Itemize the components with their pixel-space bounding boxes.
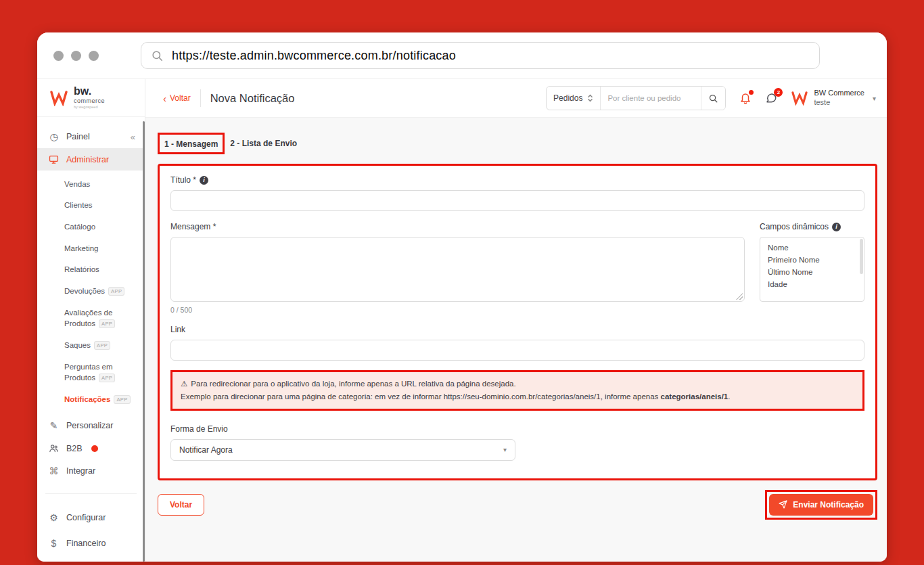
sidebar-item-b2b[interactable]: B2B: [37, 437, 145, 459]
link-block: Link: [170, 325, 864, 361]
pencil-icon: ✎: [48, 420, 60, 431]
tab-lista-de-envio[interactable]: 2 - Lista de Envio: [230, 139, 297, 148]
sidebar-item-catalogo[interactable]: Catálogo: [37, 216, 145, 238]
app-badge: APP: [108, 287, 124, 296]
header-divider: [200, 89, 201, 107]
sidebar-item-clientes[interactable]: Clientes: [37, 195, 145, 217]
back-button[interactable]: ‹ Voltar: [163, 93, 191, 104]
header-actions: Pedidos: [546, 86, 876, 110]
logo-text: bw. commerce by wegospeed: [74, 86, 105, 110]
send-icon: [779, 500, 787, 509]
page-header: ‹ Voltar Nova Notificação Pedidos: [145, 79, 887, 118]
campo-option-ultimo-nome[interactable]: Último Nome: [760, 266, 864, 278]
collapse-sidebar-button[interactable]: «: [131, 132, 138, 142]
forma-envio-select[interactable]: Notificar Agora ▾: [170, 439, 515, 461]
sidebar-item-vendas[interactable]: Vendas: [37, 173, 145, 195]
sidebar-item-notificacoes[interactable]: NotificaçõesAPP: [37, 388, 145, 410]
warning-line2: Exemplo para direcionar para uma página …: [181, 390, 854, 403]
titulo-input[interactable]: [170, 190, 864, 211]
window-control-dot[interactable]: [53, 51, 64, 61]
dollar-icon: $: [48, 538, 60, 549]
forma-envio-value: Notificar Agora: [179, 445, 233, 455]
account-name: BW Commerce: [814, 89, 864, 98]
forma-envio-label: Forma de Envio: [170, 424, 228, 434]
logo-name: commerce: [74, 98, 105, 104]
notifications-bell-button[interactable]: [739, 92, 752, 104]
sidebar-item-painel[interactable]: ◷ Painel «: [37, 125, 145, 148]
sidebar-item-label: B2B: [66, 444, 83, 453]
mensagem-textarea[interactable]: [170, 237, 745, 302]
campo-option-idade[interactable]: Idade: [760, 278, 864, 290]
account-username: teste: [814, 98, 864, 108]
sidebar-item-devolucoes[interactable]: DevoluçõesAPP: [37, 280, 145, 302]
account-menu[interactable]: BW Commerce teste ▾: [791, 89, 876, 108]
sidebar-item-marketing[interactable]: Marketing: [37, 238, 145, 259]
voltar-button[interactable]: Voltar: [158, 494, 204, 516]
sidebar-item-financeiro[interactable]: $ Financeiro: [37, 530, 145, 556]
annotation-box-enviar: Enviar Notificação: [765, 490, 877, 520]
sidebar-item-configurar[interactable]: ⚙ Configurar: [37, 505, 145, 530]
app-badge: APP: [99, 319, 115, 328]
sidebar-item-integrar[interactable]: ⌘ Integrar: [37, 459, 145, 482]
search-icon: [151, 49, 164, 62]
account-text: BW Commerce teste: [814, 89, 864, 108]
sidebar-menu: ◷ Painel « Administrar Vendas Clientes C…: [37, 117, 145, 562]
chat-button[interactable]: 2: [765, 92, 777, 104]
chat-badge: 2: [774, 88, 783, 97]
forma-envio-block: Forma de Envio Notificar Agora ▾: [170, 424, 864, 461]
mensagem-column: Mensagem * 0 / 500: [170, 222, 745, 314]
order-search-group: Pedidos: [546, 86, 726, 110]
url-bar[interactable]: https://teste.admin.bwcommerce.com.br/no…: [141, 42, 820, 69]
mensagem-row: Mensagem * 0 / 500 Campos dinâmicos: [170, 222, 864, 314]
mensagem-label-row: Mensagem *: [170, 222, 745, 231]
campo-option-primeiro-nome[interactable]: Primeiro Nome: [760, 254, 864, 266]
app-badge: APP: [94, 341, 110, 350]
sidebar-item-label: Integrar: [66, 466, 95, 476]
notification-form-card: Título * i Mensagem *: [158, 164, 877, 480]
campos-label-row: Campos dinâmicos i: [760, 222, 864, 231]
filter-value: Pedidos: [553, 93, 582, 103]
campo-option-nome[interactable]: Nome: [760, 242, 864, 254]
sidebar-divider: [45, 493, 137, 494]
back-label: Voltar: [170, 93, 191, 103]
account-avatar: [791, 91, 808, 106]
users-icon: [48, 443, 60, 453]
chevron-down-icon: ▾: [873, 95, 876, 102]
chevron-down-icon: ▾: [503, 446, 507, 453]
search-icon: [708, 93, 718, 104]
link-input[interactable]: [170, 340, 864, 361]
warning-line1: ⚠Para redirecionar para o aplicativo da …: [181, 378, 854, 390]
search-filter-select[interactable]: Pedidos: [547, 87, 601, 110]
enviar-notificacao-button[interactable]: Enviar Notificação: [769, 494, 873, 516]
notification-dot: [749, 90, 754, 95]
info-icon[interactable]: i: [200, 176, 208, 185]
order-search-input[interactable]: [601, 87, 701, 110]
sidebar-item-personalizar[interactable]: ✎ Personalizar: [37, 414, 145, 437]
app-badge: APP: [114, 395, 130, 404]
sidebar-item-label: Painel: [66, 132, 90, 141]
sidebar-item-label: Financeiro: [66, 539, 106, 548]
link-label: Link: [170, 325, 185, 334]
info-icon[interactable]: i: [832, 223, 841, 231]
titulo-label-row: Título * i: [170, 175, 864, 185]
back-chevron-icon: ‹: [163, 93, 166, 104]
administrar-submenu: Vendas Clientes Catálogo Marketing Relat…: [37, 171, 145, 414]
sidebar-item-saques[interactable]: SaquesAPP: [37, 334, 145, 356]
listbox-scrollbar[interactable]: [860, 239, 863, 274]
tab-mensagem[interactable]: 1 - Mensagem: [164, 139, 218, 149]
dashboard-icon: ◷: [48, 131, 60, 142]
sidebar-scrollbar[interactable]: [143, 121, 145, 562]
window-control-dot[interactable]: [71, 51, 81, 61]
window-control-dot[interactable]: [89, 51, 99, 61]
warning-bold-path: categorias/aneis/1: [661, 392, 729, 401]
mensagem-label: Mensagem *: [170, 222, 216, 231]
sidebar-item-ajuda[interactable]: ? Ajuda: [37, 556, 145, 562]
sidebar-item-label: Administrar: [66, 155, 109, 164]
app-logo[interactable]: bw. commerce by wegospeed: [37, 79, 145, 117]
search-button[interactable]: [701, 87, 725, 110]
sidebar-item-administrar[interactable]: Administrar: [37, 148, 145, 171]
sidebar-item-avaliacoes[interactable]: Avaliações de ProdutosAPP: [37, 302, 145, 334]
sidebar-item-relatorios[interactable]: Relatórios: [37, 259, 145, 281]
sidebar-item-perguntas[interactable]: Perguntas em ProdutosAPP: [37, 356, 145, 388]
logo-brand: bw.: [74, 86, 105, 97]
